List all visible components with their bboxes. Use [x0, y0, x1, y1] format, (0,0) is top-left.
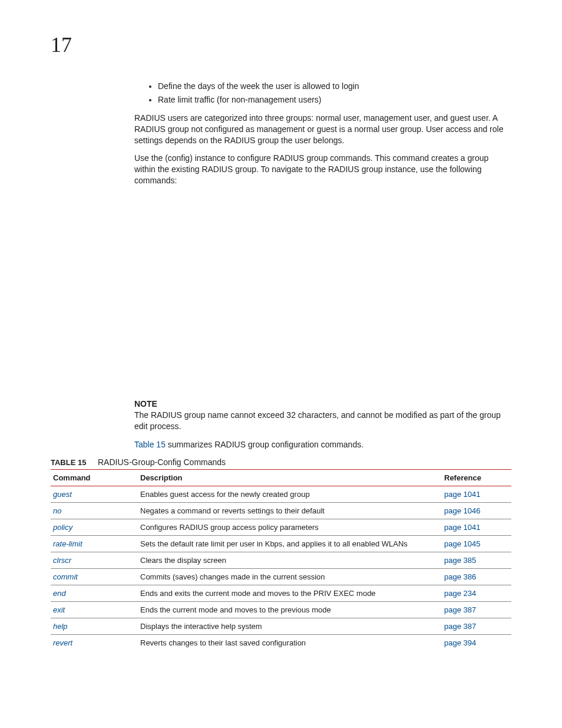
command-description: Reverts changes to their last saved conf…: [138, 634, 442, 651]
command-link[interactable]: no: [53, 506, 61, 515]
table-row: commitCommits (saves) changes made in th…: [51, 568, 511, 585]
table-row: noNegates a command or reverts settings …: [51, 502, 511, 519]
summary-sentence: Table 15 summarizes RADIUS group configu…: [134, 439, 511, 450]
command-link[interactable]: policy: [53, 523, 72, 532]
command-description: Negates a command or reverts settings to…: [138, 502, 442, 519]
command-link[interactable]: rate-limit: [53, 539, 82, 548]
body-text: Define the days of the week the user is …: [134, 81, 511, 450]
table-row: helpDisplays the interactive help system…: [51, 618, 511, 634]
summary-rest: summarizes RADIUS group configuration co…: [166, 440, 363, 449]
page-ref-link[interactable]: page 387: [444, 622, 476, 631]
command-link[interactable]: revert: [53, 638, 72, 647]
note-block: NOTE The RADIUS group name cannot exceed…: [134, 398, 511, 432]
command-description: Ends the current mode and moves to the p…: [138, 601, 442, 618]
command-description: Commits (saves) changes made in the curr…: [138, 568, 442, 585]
chapter-number: 17: [51, 32, 511, 57]
col-header-description: Description: [138, 469, 442, 486]
command-link[interactable]: exit: [53, 605, 65, 614]
page-ref-link[interactable]: page 234: [444, 589, 476, 598]
table-number: TABLE 15: [51, 458, 98, 467]
paragraph: RADIUS users are categorized into three …: [134, 113, 511, 146]
col-header-command: Command: [51, 469, 138, 486]
command-description: Displays the interactive help system: [138, 618, 442, 634]
command-description: Ends and exits the current mode and move…: [138, 585, 442, 601]
table-row: endEnds and exits the current mode and m…: [51, 585, 511, 601]
command-link[interactable]: help: [53, 622, 68, 631]
table-caption: TABLE 15 RADIUS-Group-Config Commands: [51, 457, 511, 467]
table-row: revertReverts changes to their last save…: [51, 634, 511, 651]
page-ref-link[interactable]: page 386: [444, 572, 476, 581]
page-ref-link[interactable]: page 385: [444, 556, 476, 565]
page: 17 Define the days of the week the user …: [0, 0, 562, 728]
table-row: policyConfigures RADIUS group access pol…: [51, 519, 511, 535]
col-header-reference: Reference: [442, 469, 511, 486]
page-ref-link[interactable]: page 394: [444, 638, 476, 647]
command-description: Sets the default rate limit per user in …: [138, 535, 442, 552]
table-ref-link[interactable]: Table 15: [134, 440, 166, 449]
page-ref-link[interactable]: page 1041: [444, 490, 480, 499]
list-item: Rate limit traffic (for non-management u…: [158, 94, 511, 106]
command-link[interactable]: end: [53, 589, 66, 598]
command-link[interactable]: clrscr: [53, 556, 71, 565]
bullet-list: Define the days of the week the user is …: [134, 81, 511, 106]
page-ref-link[interactable]: page 1045: [444, 539, 480, 548]
command-link[interactable]: guest: [53, 490, 72, 499]
page-ref-link[interactable]: page 387: [444, 605, 476, 614]
command-description: Configures RADIUS group access policy pa…: [138, 519, 442, 535]
table-row: guestEnables guest access for the newly …: [51, 486, 511, 502]
table-title: RADIUS-Group-Config Commands: [98, 457, 226, 467]
list-item: Define the days of the week the user is …: [158, 81, 511, 92]
table-row: clrscrClears the display screenpage 385: [51, 552, 511, 568]
page-ref-link[interactable]: page 1046: [444, 506, 480, 515]
page-ref-link[interactable]: page 1041: [444, 523, 480, 532]
commands-table: Command Description Reference guestEnabl…: [51, 469, 511, 651]
note-text: The RADIUS group name cannot exceed 32 c…: [134, 410, 511, 432]
paragraph: Use the (config) instance to configure R…: [134, 153, 511, 186]
command-link[interactable]: commit: [53, 572, 78, 581]
command-description: Enables guest access for the newly creat…: [138, 486, 442, 502]
note-label: NOTE: [134, 398, 511, 410]
command-description: Clears the display screen: [138, 552, 442, 568]
table-row: exitEnds the current mode and moves to t…: [51, 601, 511, 618]
table-row: rate-limitSets the default rate limit pe…: [51, 535, 511, 552]
